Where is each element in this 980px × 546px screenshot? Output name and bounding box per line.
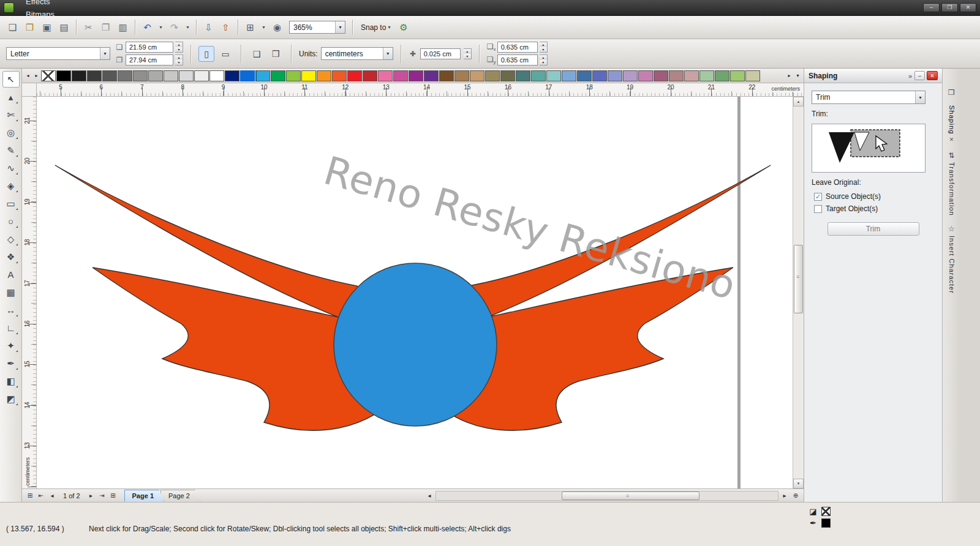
color-swatch[interactable] [209, 70, 224, 81]
duplicate-y-stepper[interactable]: ▴▾ [540, 54, 548, 65]
target-objects-option[interactable]: Target Object(s) [812, 204, 935, 213]
close-button[interactable]: ✕ [960, 3, 976, 12]
polygon-tool[interactable]: ◇ [2, 231, 20, 247]
color-swatch[interactable] [347, 70, 362, 81]
options-button[interactable]: ⚙ [396, 20, 411, 35]
color-swatch[interactable] [332, 70, 347, 81]
h-scroll-right-icon[interactable]: ▸ [780, 491, 790, 501]
nudge-offset-input[interactable]: 0.025 cm [420, 48, 461, 59]
docker-grid-icon[interactable]: ❒ [948, 88, 955, 97]
vertical-scroll-thumb[interactable] [794, 245, 803, 313]
add-page-start-button[interactable]: ⊞ [25, 491, 35, 501]
paste-button[interactable]: ▥ [115, 20, 130, 35]
save-button[interactable]: ▣ [39, 20, 55, 35]
palette-expand-icon[interactable]: ▾ [794, 70, 802, 81]
duplicate-y-input[interactable]: 0.635 cm [497, 54, 538, 65]
color-swatch[interactable] [363, 70, 377, 81]
scroll-up-icon[interactable]: ▴ [793, 97, 804, 107]
chevron-down-icon[interactable]: ▾ [100, 48, 110, 59]
color-swatch[interactable] [72, 70, 86, 81]
color-swatch[interactable] [623, 70, 638, 81]
artistic-media-tool[interactable]: ∿ [2, 160, 20, 176]
units-value[interactable]: centimeters [322, 50, 383, 58]
color-swatch[interactable] [592, 70, 607, 81]
text-tool[interactable]: A [2, 266, 20, 283]
next-page-button[interactable]: ▸ [86, 491, 96, 501]
current-page-button[interactable]: ❒ [268, 46, 284, 62]
color-swatch[interactable] [87, 70, 102, 81]
color-swatch[interactable] [424, 70, 439, 81]
open-button[interactable]: ❒ [22, 20, 37, 35]
palette-back-icon[interactable]: ◂ [24, 70, 32, 81]
color-swatch[interactable] [271, 70, 285, 81]
page-tab-1[interactable]: Page 1 [124, 490, 164, 501]
color-swatch[interactable] [500, 70, 515, 81]
color-swatch[interactable] [148, 70, 163, 81]
duplicate-x-input[interactable]: 0.635 cm [497, 42, 538, 53]
snap-to-button[interactable]: Snap to ▾ [357, 20, 394, 35]
page-zoom-icon[interactable]: ⊕ [791, 491, 801, 501]
color-swatch[interactable] [102, 70, 117, 81]
color-swatch[interactable] [577, 70, 592, 81]
last-page-button[interactable]: ⇥ [97, 491, 107, 501]
table-tool[interactable]: ▦ [2, 284, 20, 301]
color-swatch[interactable] [317, 70, 331, 81]
first-page-button[interactable]: ⇤ [36, 491, 46, 501]
vertical-scroll-track[interactable] [793, 107, 804, 479]
color-swatch[interactable] [699, 70, 714, 81]
zoom-level-combo[interactable]: 365% ▾ [289, 21, 345, 34]
palette-forward-icon[interactable]: ▸ [785, 70, 793, 81]
page-width-stepper[interactable]: ▴▾ [175, 42, 183, 53]
ellipse-tool[interactable]: ○ [2, 213, 20, 230]
export-button[interactable]: ⇧ [218, 20, 233, 35]
restore-button[interactable]: ❐ [941, 3, 958, 12]
color-swatch[interactable] [654, 70, 668, 81]
side-tab-close-icon[interactable]: ✕ [949, 136, 954, 143]
color-swatch[interactable] [546, 70, 561, 81]
horizontal-scroll-track[interactable] [435, 491, 778, 501]
h-scroll-left-icon[interactable]: ◂ [424, 491, 434, 501]
rectangle-tool[interactable]: ▭ [2, 195, 20, 212]
zoom-tool[interactable]: ◎ [2, 124, 20, 141]
no-color-swatch[interactable] [41, 70, 56, 81]
color-swatch[interactable] [409, 70, 423, 81]
units-combo[interactable]: centimeters ▾ [321, 47, 393, 60]
connector-tool[interactable]: ∟ [2, 320, 20, 336]
zoom-level-value[interactable]: 365% [290, 23, 335, 32]
application-launcher-button[interactable]: ⊞ [243, 20, 258, 35]
crop-tool[interactable]: ✄ [2, 107, 20, 123]
landscape-button[interactable]: ▭ [217, 46, 233, 62]
source-objects-option[interactable]: ✓Source Object(s) [812, 192, 935, 201]
chevron-down-icon[interactable]: ▾ [383, 48, 393, 59]
vertical-ruler[interactable]: centimeters 212019181716151413 [22, 97, 37, 488]
color-swatch[interactable] [179, 70, 194, 81]
outline-pen-tool[interactable]: ✒ [2, 355, 20, 372]
nudge-offset-stepper[interactable]: ▴▾ [464, 48, 472, 59]
horizontal-ruler[interactable]: centimeters 5678910111213141516171819202… [37, 83, 804, 97]
paper-size-combo[interactable]: Letter ▾ [6, 47, 110, 60]
docker-close-button[interactable]: ✕ [927, 71, 938, 80]
color-swatch[interactable] [531, 70, 546, 81]
checked-checkbox[interactable]: ✓ [814, 193, 822, 201]
minimize-button[interactable]: – [923, 3, 940, 12]
launcher-dropdown-button[interactable]: ▾ [260, 20, 268, 35]
color-swatch[interactable] [301, 70, 316, 81]
color-swatch[interactable] [56, 70, 71, 81]
basic-shapes-tool[interactable]: ❖ [2, 249, 20, 265]
color-swatch[interactable] [194, 70, 209, 81]
color-swatch[interactable] [730, 70, 745, 81]
color-swatch[interactable] [638, 70, 653, 81]
color-swatch[interactable] [393, 70, 408, 81]
chevron-down-icon[interactable]: ▾ [335, 21, 345, 33]
eyedropper-tool[interactable]: ✦ [2, 337, 20, 354]
scroll-down-icon[interactable]: ▾ [793, 479, 804, 488]
color-swatch[interactable] [255, 70, 270, 81]
color-swatch[interactable] [454, 70, 469, 81]
side-tab-transformation[interactable]: ⇅Transformation [948, 151, 956, 216]
color-swatch[interactable] [669, 70, 684, 81]
drawing-page[interactable]: Reno Resky Reksiono [37, 97, 793, 488]
color-swatch[interactable] [286, 70, 301, 81]
app-icon[interactable] [4, 2, 14, 13]
new-document-button[interactable]: ❏ [5, 20, 20, 35]
outline-color-swatch[interactable] [821, 518, 831, 528]
